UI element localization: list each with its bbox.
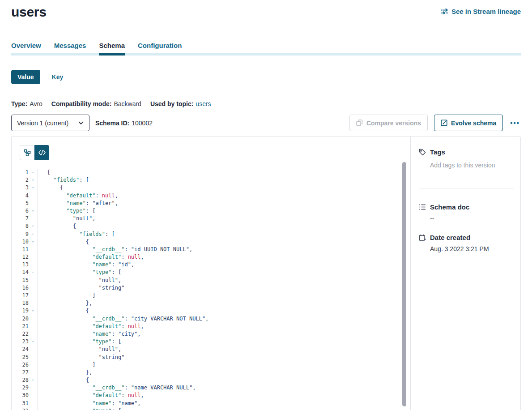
version-select[interactable]: Version 1 (current) [11,115,89,131]
line-number: 17 [12,292,29,299]
fold-toggle-icon[interactable]: ▾ [29,184,38,192]
fold-toggle-icon[interactable]: ▾ [29,338,38,346]
line-number: 9 [12,231,29,238]
code-text: { [38,238,89,246]
add-tags-input[interactable] [430,162,514,173]
line-number: 24 [12,346,29,353]
type-label: Type: [11,100,27,107]
type-value: Avro [30,100,43,107]
tree-view-button[interactable] [20,145,34,160]
code-line: 5 "name": "after", [12,200,410,207]
editor-scrollbar-thumb[interactable] [402,162,406,406]
fold-toggle-icon[interactable]: ▾ [29,222,38,230]
tab-messages[interactable]: Messages [54,41,86,51]
fold-spacer [29,246,38,253]
code-line: 2▾ "fields": [ [12,176,410,184]
code-text: ] [38,361,95,369]
copy-icon [356,120,363,126]
fold-toggle-icon[interactable]: ▾ [29,407,38,410]
code-text: "__crdb__": "name VARCHAR NULL", [38,384,196,392]
code-line: 21 "default": null, [12,323,410,330]
fold-spacer [29,392,38,399]
fold-toggle-icon[interactable]: ▾ [29,376,38,384]
code-text: "default": null, [38,323,144,330]
compare-versions-button[interactable]: Compare versions [349,115,428,131]
compatibility-value: Backward [114,100,141,107]
evolve-schema-button[interactable]: Evolve schema [434,115,503,131]
code-text: }, [38,299,92,307]
line-number: 21 [12,323,29,330]
line-number: 20 [12,315,29,323]
compare-versions-label: Compare versions [366,120,421,127]
fold-spacer [29,299,38,307]
fold-spacer [29,354,38,361]
code-line: 24 "null", [12,346,410,353]
topic-link[interactable]: users [196,100,211,107]
calendar-plus-icon [419,234,426,241]
stream-lineage-label: See in Stream lineage [451,8,521,15]
used-by-topic-pair: Used by topic:users [150,100,211,107]
edit-icon [441,120,447,126]
line-number: 23 [12,338,29,346]
code-text: { [38,169,50,176]
code-text: "string" [38,284,124,292]
stream-lineage-icon [441,9,448,14]
fold-toggle-icon[interactable]: ▾ [29,207,38,215]
fold-spacer [29,215,38,222]
fold-toggle-icon[interactable]: ▾ [29,176,38,184]
fold-toggle-icon[interactable]: ▾ [29,238,38,246]
code-line: 18 }, [12,299,410,307]
date-created-value: Aug. 3 2022 3:21 PM [430,245,514,252]
fold-spacer [29,277,38,284]
code-text: "name": "name", [38,400,141,407]
line-number: 7 [12,215,29,222]
schema-id-value: 100002 [132,120,153,127]
schema-sidebar: Tags Schema doc -- [411,137,521,410]
line-number: 30 [12,392,29,399]
line-number: 25 [12,354,29,361]
tab-schema[interactable]: Schema [99,41,125,51]
key-toggle-button[interactable]: Key [52,73,64,81]
fold-spacer [29,361,38,369]
code-line: 16 "string" [12,284,410,292]
date-created-header: Date created [419,234,514,241]
code-text: "type": [ [38,407,121,410]
more-actions-button[interactable]: ••• [509,119,521,127]
line-number: 8 [12,222,29,230]
value-toggle-button[interactable]: Value [11,70,40,84]
line-number: 27 [12,369,29,376]
schema-doc-value: -- [430,215,514,222]
code-text: "null", [38,277,121,284]
tab-configuration[interactable]: Configuration [138,41,182,51]
fold-spacer [29,323,38,330]
code-text: "string" [38,354,124,361]
line-number: 13 [12,261,29,269]
tab-overview[interactable]: Overview [11,41,41,51]
schema-doc-header: Schema doc [419,203,514,211]
schema-page: users See in Stream lineage Overview Mes… [0,0,532,410]
line-number: 19 [12,307,29,315]
page-header: users See in Stream lineage [11,0,521,20]
code-view-button[interactable] [34,145,49,160]
fold-spacer [29,284,38,292]
fold-toggle-icon[interactable]: ▾ [29,231,38,238]
fold-toggle-icon[interactable]: ▾ [29,169,38,176]
tags-section-header: Tags [419,148,514,156]
stream-lineage-link[interactable]: See in Stream lineage [441,8,521,15]
code-text: "name": "after", [38,200,118,207]
code-text: "default": null, [38,392,144,399]
code-text: "default": null, [38,253,144,261]
evolve-schema-label: Evolve schema [451,120,496,127]
date-created-section: Date created Aug. 3 2022 3:21 PM [419,234,514,252]
code-text: "null", [38,346,121,353]
fold-toggle-icon[interactable]: ▾ [29,269,38,276]
schema-id-label: Schema ID: [95,120,129,127]
fold-spacer [29,384,38,392]
code-line: 14▾ "type": [ [12,269,410,276]
chevron-down-icon [78,121,84,125]
code-line: 19▾ { [12,307,410,315]
code-line: 10▾ { [12,238,410,246]
tags-title: Tags [430,148,445,156]
fold-toggle-icon[interactable]: ▾ [29,307,38,315]
code-text: "__crdb__": "city VARCHAR NOT NULL", [38,315,209,323]
